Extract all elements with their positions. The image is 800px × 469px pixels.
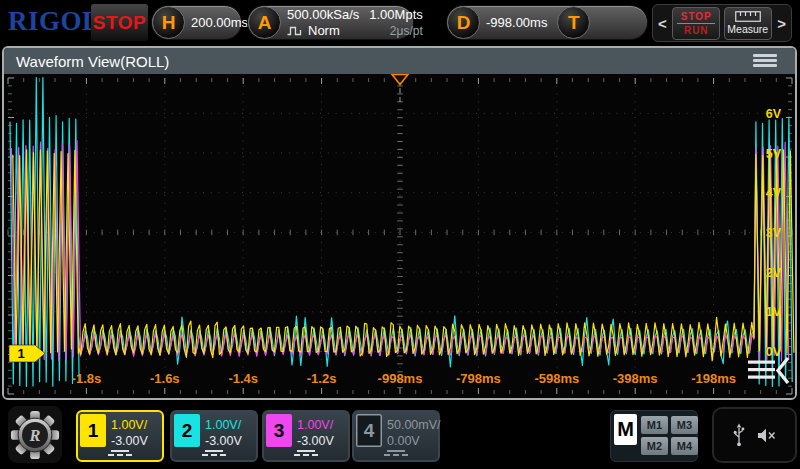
time-axis-label: -1.4s bbox=[228, 371, 258, 386]
channel-1-box[interactable]: 1 1.00V/ -3.00V bbox=[76, 410, 164, 462]
status-icons-box bbox=[712, 407, 797, 463]
time-axis-label: -398ms bbox=[613, 371, 658, 386]
top-toolbar: RIGOL STOP H 200.00ms/ A 500.00kSa/s Nor… bbox=[0, 0, 800, 45]
time-axis-label: -1.8s bbox=[72, 371, 102, 386]
channel-4-box[interactable]: 4 50.00mV/ 0.00V bbox=[352, 410, 440, 462]
voltage-axis-label: 2V bbox=[766, 266, 782, 280]
stop-run-button[interactable]: STOP RUN bbox=[672, 7, 720, 40]
graticule-menu-collapse-icon[interactable] bbox=[748, 358, 788, 383]
horizontal-settings-button[interactable]: H 200.00ms/ bbox=[151, 5, 242, 40]
math-channels-box[interactable]: M M1 M3 M2 M4 bbox=[610, 410, 698, 462]
channel-3-box[interactable]: 3 1.00V/ -3.00V bbox=[262, 410, 350, 462]
d-key-icon[interactable]: D bbox=[447, 6, 480, 39]
channel-2-box[interactable]: 2 1.00V/ -3.00V bbox=[170, 410, 258, 462]
memory-depth-value: 1.00Mpts bbox=[369, 7, 422, 23]
channel-1-offset: -3.00V bbox=[111, 433, 148, 449]
waveform-view-window: Waveform View(ROLL) -1.8s-1.6s-1.4s-1.2s… bbox=[2, 46, 797, 400]
scope-display: -1.8s-1.6s-1.4s-1.2s-998ms-798ms-598ms-3… bbox=[4, 74, 795, 398]
measure-button[interactable]: Measure bbox=[724, 7, 772, 40]
voltage-axis-label: 3V bbox=[766, 226, 782, 240]
dc-coupling-icon bbox=[384, 450, 408, 456]
t-key-icon[interactable]: T bbox=[557, 6, 590, 39]
rigol-logo: RIGOL bbox=[8, 6, 101, 37]
a-key-icon[interactable]: A bbox=[248, 6, 281, 39]
time-axis-label: -998ms bbox=[378, 371, 423, 386]
time-axis-label: -1.2s bbox=[307, 371, 337, 386]
quick-menu-prev-chevron[interactable]: < bbox=[656, 15, 669, 32]
acquisition-mode: Norm bbox=[308, 23, 340, 39]
timebase-value: 200.00ms/ bbox=[191, 15, 252, 30]
channel-1-badge: 1 bbox=[80, 414, 106, 447]
trigger-delay-value: -998.00ms bbox=[486, 15, 547, 30]
ch1-trace bbox=[13, 150, 794, 361]
oscilloscope-screen: RIGOL STOP H 200.00ms/ A 500.00kSa/s Nor… bbox=[0, 0, 800, 469]
acquisition-settings-button[interactable]: A 500.00kSa/s Norm 1.00Mpts 2μs/pt bbox=[247, 5, 414, 40]
math-m4-button[interactable]: M4 bbox=[671, 437, 698, 455]
quick-menu-next-chevron[interactable]: > bbox=[775, 15, 788, 32]
usb-icon bbox=[733, 423, 745, 447]
voltage-axis-label: 5V bbox=[766, 147, 782, 161]
gear-icon: R bbox=[10, 410, 60, 460]
channel-4-offset: 0.00V bbox=[387, 433, 441, 449]
ruler-icon bbox=[735, 11, 761, 22]
sample-rate-value: 500.00kSa/s bbox=[287, 7, 359, 23]
dc-coupling-icon bbox=[294, 450, 318, 456]
sample-interval-value: 2μs/pt bbox=[369, 23, 422, 39]
voltage-axis-label: 0V bbox=[766, 345, 782, 359]
voltage-axis-label: 6V bbox=[766, 107, 782, 121]
math-m3-button[interactable]: M3 bbox=[671, 416, 698, 434]
channel-3-offset: -3.00V bbox=[297, 433, 334, 449]
channel-1-scale: 1.00V/ bbox=[111, 417, 148, 433]
measure-label: Measure bbox=[727, 24, 768, 35]
sound-muted-icon[interactable] bbox=[757, 428, 776, 443]
quick-menu-cluster: < STOP RUN Measure > bbox=[652, 4, 792, 42]
channel-2-scale: 1.00V/ bbox=[205, 417, 242, 433]
run-state-badge[interactable]: STOP bbox=[91, 4, 148, 41]
channel-4-scale: 50.00mV/ bbox=[387, 417, 441, 433]
window-title-bar: Waveform View(ROLL) bbox=[4, 48, 795, 74]
math-m1-button[interactable]: M1 bbox=[641, 416, 668, 434]
time-axis-label: -798ms bbox=[456, 371, 501, 386]
voltage-axis-label: 4V bbox=[766, 186, 782, 200]
math-m2-button[interactable]: M2 bbox=[641, 437, 668, 455]
time-axis-label: -598ms bbox=[534, 371, 579, 386]
dc-coupling-icon bbox=[202, 450, 226, 456]
acquisition-left-column: 500.00kSa/s Norm bbox=[287, 7, 359, 39]
stop-label: STOP bbox=[681, 11, 712, 22]
svg-text:1: 1 bbox=[17, 346, 24, 361]
math-badge: M bbox=[614, 414, 637, 445]
channel-2-offset: -3.00V bbox=[205, 433, 242, 449]
svg-text:R: R bbox=[29, 425, 41, 444]
channel-2-badge: 2 bbox=[174, 414, 200, 447]
pulse-waveform-icon bbox=[287, 25, 304, 36]
delay-trigger-group: D -998.00ms T bbox=[446, 5, 648, 40]
trigger-position-marker[interactable] bbox=[392, 75, 408, 103]
dc-coupling-icon bbox=[108, 450, 132, 456]
graticule-area[interactable]: -1.8s-1.6s-1.4s-1.2s-998ms-798ms-598ms-3… bbox=[4, 74, 795, 398]
run-label: RUN bbox=[684, 25, 709, 36]
channel-3-badge: 3 bbox=[266, 414, 292, 447]
stop-run-divider bbox=[677, 23, 715, 24]
time-axis-label: -198ms bbox=[691, 371, 736, 386]
window-menu-icon[interactable] bbox=[753, 54, 777, 70]
h-key-icon[interactable]: H bbox=[152, 6, 185, 39]
channel-3-scale: 1.00V/ bbox=[297, 417, 334, 433]
time-axis-label: -1.6s bbox=[150, 371, 180, 386]
window-title: Waveform View(ROLL) bbox=[16, 53, 169, 70]
voltage-axis-label: 1V bbox=[766, 305, 782, 319]
settings-gear-button[interactable]: R bbox=[8, 406, 62, 463]
channel-4-badge: 4 bbox=[356, 414, 382, 447]
